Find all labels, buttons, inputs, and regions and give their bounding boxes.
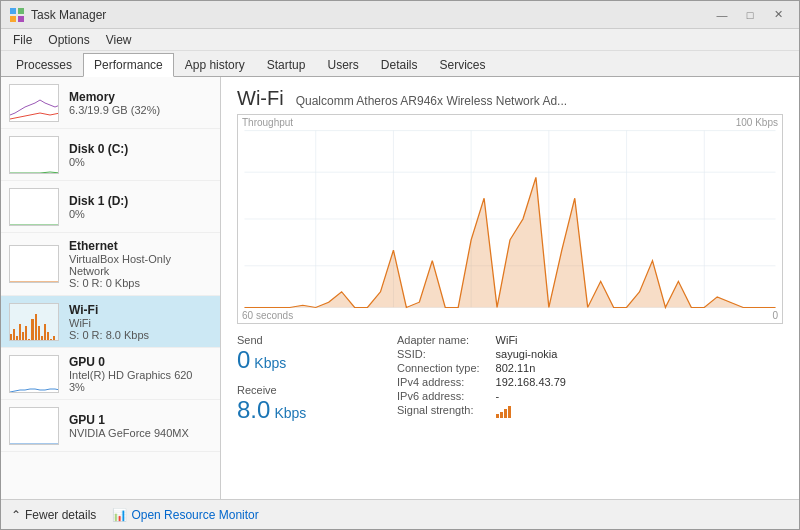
gpu1-thumb	[9, 407, 59, 445]
disk1-thumb	[9, 188, 59, 226]
ipv6-value: -	[496, 390, 566, 402]
receive-value: 8.0	[237, 396, 270, 424]
tab-details[interactable]: Details	[370, 53, 429, 76]
svg-rect-25	[10, 408, 59, 445]
signal-bar-1	[496, 414, 499, 418]
svg-marker-10	[16, 336, 18, 341]
gpu0-name: GPU 0	[69, 355, 212, 369]
memory-thumb	[9, 84, 59, 122]
gpu1-info: GPU 1 NVIDIA GeForce 940MX	[69, 413, 212, 439]
ipv4-value: 192.168.43.79	[496, 376, 566, 388]
menu-file[interactable]: File	[5, 31, 40, 49]
tab-processes[interactable]: Processes	[5, 53, 83, 76]
sidebar-item-memory[interactable]: Memory 6.3/19.9 GB (32%)	[1, 77, 220, 129]
svg-rect-24	[10, 356, 59, 393]
svg-marker-19	[44, 324, 46, 341]
ssid-value: sayugi-nokia	[496, 348, 566, 360]
sidebar-item-wifi[interactable]: Wi-Fi WiFi S: 0 R: 8.0 Kbps	[1, 296, 220, 348]
tab-services[interactable]: Services	[429, 53, 497, 76]
svg-rect-2	[10, 16, 16, 22]
signal-bars	[496, 404, 511, 418]
svg-marker-8	[10, 334, 12, 341]
gpu0-thumb	[9, 355, 59, 393]
sidebar-item-gpu0[interactable]: GPU 0 Intel(R) HD Graphics 620 3%	[1, 348, 220, 400]
receive-block: Receive 8.0 Kbps	[237, 384, 367, 424]
stats-row: Send 0 Kbps Receive 8.0 Kbps	[237, 334, 783, 489]
sidebar-item-disk0[interactable]: Disk 0 (C:) 0%	[1, 129, 220, 181]
open-resource-monitor-button[interactable]: 📊 Open Resource Monitor	[112, 508, 258, 522]
title-bar: Task Manager — □ ✕	[1, 1, 799, 29]
send-block: Send 0 Kbps	[237, 334, 367, 374]
max-label: 100 Kbps	[736, 117, 778, 128]
menu-view[interactable]: View	[98, 31, 140, 49]
disk0-thumb	[9, 136, 59, 174]
connection-type-value: 802.11n	[496, 362, 566, 374]
memory-name: Memory	[69, 90, 212, 104]
tab-bar: Processes Performance App history Startu…	[1, 51, 799, 77]
throughput-chart: Throughput 100 Kbps 60 seconds 0	[237, 114, 783, 324]
wifi-thumb	[9, 303, 59, 341]
footer: ⌃ Fewer details 📊 Open Resource Monitor	[1, 499, 799, 529]
signal-bar-3	[504, 409, 507, 418]
sidebar-item-gpu1[interactable]: GPU 1 NVIDIA GeForce 940MX	[1, 400, 220, 452]
wifi-sub1: WiFi	[69, 317, 212, 329]
disk1-info: Disk 1 (D:) 0%	[69, 194, 212, 220]
tab-startup[interactable]: Startup	[256, 53, 317, 76]
svg-marker-17	[38, 326, 40, 341]
sidebar-item-disk1[interactable]: Disk 1 (D:) 0%	[1, 181, 220, 233]
svg-marker-20	[47, 332, 49, 341]
tab-performance[interactable]: Performance	[83, 53, 174, 77]
svg-marker-23	[56, 340, 58, 341]
detail-subtitle: Qualcomm Atheros AR946x Wireless Network…	[296, 94, 567, 108]
send-label: Send	[237, 334, 367, 346]
wifi-name: Wi-Fi	[69, 303, 212, 317]
ethernet-thumb	[9, 245, 59, 283]
wifi-sub2: S: 0 R: 8.0 Kbps	[69, 329, 212, 341]
maximize-button[interactable]: □	[737, 5, 763, 25]
detail-title: Wi-Fi	[237, 87, 284, 110]
adapter-name-value: WiFi	[496, 334, 566, 346]
ethernet-info: Ethernet VirtualBox Host-Only Network S:…	[69, 239, 212, 289]
task-manager-window: Task Manager — □ ✕ File Options View Pro…	[0, 0, 800, 530]
svg-marker-13	[25, 326, 27, 341]
svg-rect-3	[18, 16, 24, 22]
sidebar-item-ethernet[interactable]: Ethernet VirtualBox Host-Only Network S:…	[1, 233, 220, 296]
receive-label: Receive	[237, 384, 367, 396]
ethernet-name: Ethernet	[69, 239, 212, 253]
svg-marker-14	[28, 339, 30, 341]
adapter-name-label: Adapter name:	[397, 334, 480, 346]
tab-users[interactable]: Users	[316, 53, 369, 76]
close-button[interactable]: ✕	[765, 5, 791, 25]
gpu1-sub1: NVIDIA GeForce 940MX	[69, 427, 212, 439]
signal-bars-container	[496, 404, 566, 420]
svg-marker-18	[41, 336, 43, 341]
svg-rect-7	[10, 304, 59, 341]
svg-rect-4	[10, 137, 59, 174]
zero-label: 0	[772, 310, 778, 321]
memory-info: Memory 6.3/19.9 GB (32%)	[69, 90, 212, 116]
gpu0-info: GPU 0 Intel(R) HD Graphics 620 3%	[69, 355, 212, 393]
signal-bar-4	[508, 406, 511, 418]
stats-left: Send 0 Kbps Receive 8.0 Kbps	[237, 334, 367, 489]
disk0-info: Disk 0 (C:) 0%	[69, 142, 212, 168]
svg-marker-12	[22, 332, 24, 341]
ethernet-sub1: VirtualBox Host-Only Network	[69, 253, 212, 277]
signal-bar-2	[500, 412, 503, 418]
window-title: Task Manager	[31, 8, 709, 22]
fewer-details-button[interactable]: ⌃ Fewer details	[11, 508, 96, 522]
svg-rect-6	[10, 246, 59, 283]
svg-marker-21	[50, 339, 52, 341]
svg-marker-15	[31, 319, 34, 341]
svg-rect-5	[10, 189, 59, 226]
menu-options[interactable]: Options	[40, 31, 97, 49]
gpu1-name: GPU 1	[69, 413, 212, 427]
ethernet-sub2: S: 0 R: 0 Kbps	[69, 277, 212, 289]
chevron-up-icon: ⌃	[11, 508, 21, 522]
minimize-button[interactable]: —	[709, 5, 735, 25]
disk0-sub: 0%	[69, 156, 212, 168]
disk1-sub: 0%	[69, 208, 212, 220]
tab-app-history[interactable]: App history	[174, 53, 256, 76]
throughput-label: Throughput	[242, 117, 293, 128]
time-label: 60 seconds	[242, 310, 293, 321]
detail-header: Wi-Fi Qualcomm Atheros AR946x Wireless N…	[237, 87, 783, 110]
